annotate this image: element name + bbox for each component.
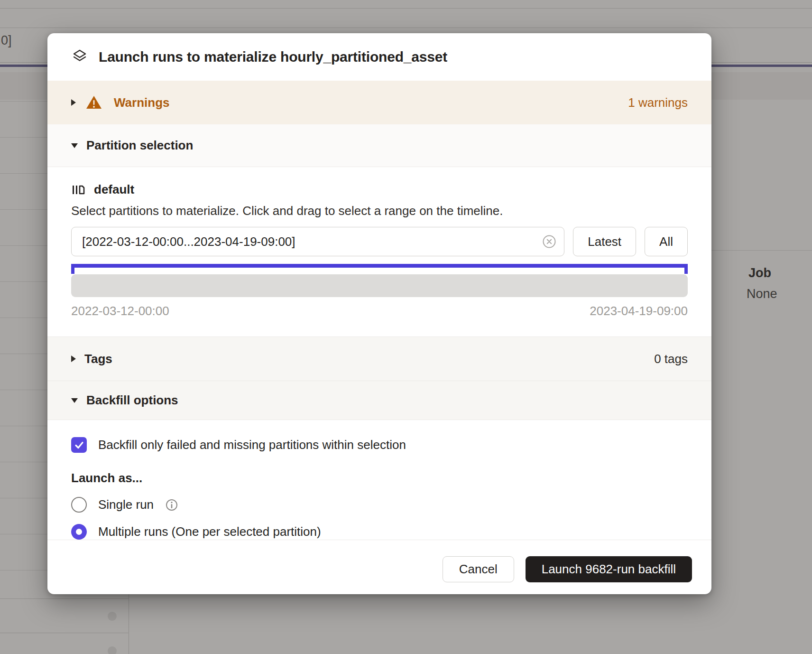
- partition-selection-label: Partition selection: [86, 138, 193, 153]
- background-job-value: None: [747, 287, 777, 301]
- partition-timeline[interactable]: [71, 274, 688, 297]
- range-end-label: 2023-04-19-09:00: [590, 304, 688, 318]
- warnings-count: 1 warnings: [628, 95, 688, 110]
- single-run-radio[interactable]: [71, 497, 87, 513]
- dialog-title: Launch runs to materialize hourly_partit…: [99, 49, 447, 65]
- latest-button[interactable]: Latest: [573, 227, 636, 256]
- background-divider: [0, 633, 129, 633]
- partition-selection-content: default Select partitions to materialize…: [47, 167, 711, 336]
- background-divider: [711, 250, 812, 251]
- asset-layers-icon: [71, 48, 88, 65]
- partition-range-field: [71, 227, 564, 256]
- background-clipped-text: 0]: [1, 33, 12, 48]
- info-icon[interactable]: [165, 498, 178, 512]
- clear-selection-button[interactable]: [541, 234, 557, 250]
- backfill-options-section-header[interactable]: Backfill options: [47, 381, 711, 420]
- backfill-options-content: Backfill only failed and missing partiti…: [47, 420, 711, 540]
- background-job-column-header: Job: [748, 266, 771, 280]
- warnings-section-header[interactable]: Warnings 1 warnings: [47, 81, 711, 124]
- background-table-rows: [0, 101, 47, 594]
- warning-triangle-icon: [85, 95, 102, 110]
- range-start-label: 2022-03-12-00:00: [71, 304, 169, 318]
- single-run-label: Single run: [98, 497, 154, 512]
- chevron-down-icon: [71, 398, 78, 403]
- warnings-label: Warnings: [114, 95, 169, 110]
- tags-count: 0 tags: [654, 352, 688, 366]
- dialog-header: Launch runs to materialize hourly_partit…: [47, 33, 711, 81]
- selection-range-bracket: [71, 264, 688, 268]
- background-divider: [0, 598, 129, 599]
- tags-label: Tags: [84, 352, 112, 366]
- chevron-right-icon: [71, 99, 76, 106]
- background-status-dot: [108, 612, 117, 621]
- multiple-runs-radio[interactable]: [71, 524, 87, 540]
- only-failed-checkbox[interactable]: [71, 437, 87, 453]
- launch-backfill-dialog: Launch runs to materialize hourly_partit…: [47, 33, 711, 594]
- launch-backfill-button[interactable]: Launch 9682-run backfill: [526, 556, 692, 582]
- circle-x-icon: [542, 234, 557, 249]
- launch-as-label: Launch as...: [71, 471, 688, 486]
- partition-icon: [71, 183, 85, 197]
- background-divider: [129, 594, 129, 654]
- background-divider: [0, 28, 812, 28]
- chevron-down-icon: [71, 143, 78, 148]
- backfill-options-label: Backfill options: [86, 393, 178, 408]
- only-failed-checkbox-label: Backfill only failed and missing partiti…: [98, 438, 406, 452]
- multiple-runs-label: Multiple runs (One per selected partitio…: [98, 524, 321, 539]
- all-button[interactable]: All: [645, 227, 688, 256]
- partition-selection-section-header[interactable]: Partition selection: [47, 124, 711, 167]
- background-status-dot: [108, 646, 117, 654]
- cancel-button[interactable]: Cancel: [443, 556, 514, 582]
- partition-help-text: Select partitions to materialize. Click …: [71, 204, 688, 218]
- dimension-name: default: [94, 182, 134, 197]
- background-divider: [0, 8, 812, 9]
- dialog-footer: Cancel Launch 9682-run backfill: [47, 540, 711, 594]
- partition-range-input[interactable]: [82, 234, 541, 249]
- tags-section-header[interactable]: Tags 0 tags: [47, 336, 711, 381]
- chevron-right-icon: [71, 355, 76, 362]
